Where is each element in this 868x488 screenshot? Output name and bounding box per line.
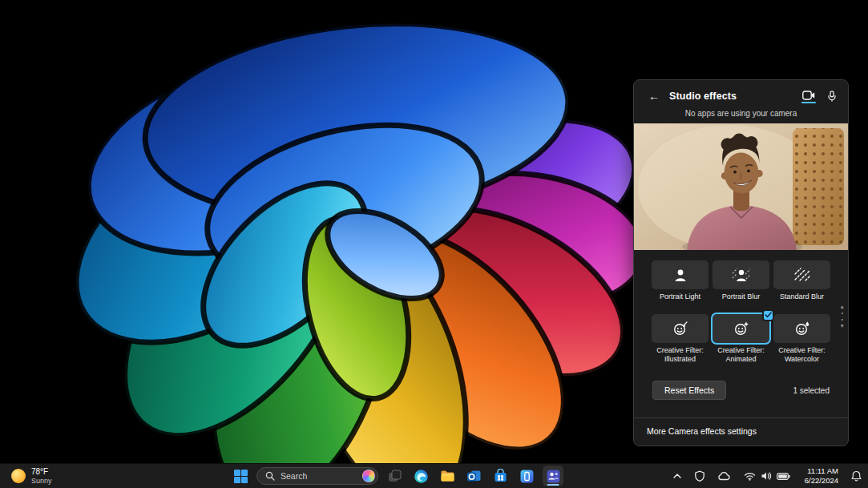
onedrive-tray-button[interactable] [715,469,733,484]
camera-icon [802,91,815,100]
camera-status-text: No apps are using your camera [634,109,848,120]
effect-tile-creative-filter-watercolor[interactable]: Creative Filter: Watercolor [773,314,830,364]
studio-effects-panel: ← Studio effects [633,79,849,446]
tray-date: 6/22/2024 [805,476,838,486]
security-shield-icon [694,470,705,482]
search-box[interactable]: Search [256,467,378,485]
standard-blur-icon [793,268,811,282]
tray-time: 11:11 AM [807,466,838,476]
scroll-up-icon: ▲ [840,304,845,309]
desktop: ← Studio effects [0,0,868,488]
portrait-blur-icon [732,268,751,282]
reset-effects-button[interactable]: Reset Effects [652,381,726,400]
panel-title: Studio effects [669,91,737,102]
weather-condition: Sunny [31,477,52,485]
start-button[interactable] [230,466,251,486]
phone-link-icon [519,469,535,484]
volume-icon [761,471,772,481]
system-tray: 11:11 AM 6/22/2024 [670,464,864,488]
security-tray-button[interactable] [692,467,708,485]
chevron-up-icon [672,473,682,479]
effects-scrollbar[interactable]: ▲ • • ▼ [840,304,845,329]
effect-label: Standard Blur [780,292,824,301]
battery-icon [777,473,790,480]
search-highlight-image [362,470,375,482]
taskbar-app-store[interactable] [490,466,511,486]
edge-icon [414,469,429,484]
creative-filter-animated-icon [733,321,749,337]
weather-widget[interactable]: 78°F Sunny [5,466,59,486]
clock[interactable]: 11:11 AM 6/22/2024 [801,466,842,487]
effects-grid: Portrait Light Portrait Blur [634,260,848,363]
hidden-icons-button[interactable] [670,470,684,482]
taskbar-app-edge[interactable] [410,466,431,486]
effect-tile-creative-filter-illustrated[interactable]: Creative Filter: Illustrated [652,314,709,364]
camera-preview [634,123,849,250]
file-explorer-icon [440,469,455,484]
effect-label: Creative Filter: Illustrated [652,346,709,364]
taskbar-app-phone-link[interactable] [516,466,537,486]
panel-footer: More Camera effects settings [634,417,848,446]
selected-check-badge [762,309,774,321]
taskbar-app-teams[interactable] [543,466,563,486]
store-icon [493,469,508,484]
creative-filter-watercolor-icon [794,321,810,337]
taskbar-app-file-explorer[interactable] [437,466,458,486]
sun-icon [11,469,26,483]
microphone-icon [827,91,837,102]
taskbar: 78°F Sunny Search [0,463,868,488]
microphone-tab[interactable] [827,89,837,102]
notifications-button[interactable] [849,467,864,485]
portrait-light-icon [672,268,689,282]
effect-tile-standard-blur[interactable]: Standard Blur [773,260,830,301]
network-volume-battery-button[interactable] [740,468,794,484]
windows-logo-icon [234,470,248,483]
taskbar-center: Search [230,464,563,488]
weather-temperature: 78°F [31,467,52,477]
panel-header: ← Studio effects [634,80,848,107]
effect-label: Creative Filter: Watercolor [773,346,830,364]
wooden-pegboard [793,128,844,245]
check-icon [765,312,772,318]
scroll-dot: • [842,311,843,316]
wifi-icon [744,472,756,481]
search-placeholder: Search [281,471,357,481]
camera-tab-active-indicator [801,102,816,104]
effect-tile-portrait-light[interactable]: Portrait Light [652,260,709,301]
effect-tile-creative-filter-animated[interactable]: Creative Filter: Animated [713,314,769,364]
task-view-button[interactable] [384,466,405,486]
more-camera-settings-link[interactable]: More Camera effects settings [647,426,835,436]
camera-tab[interactable] [801,89,816,104]
creative-filter-illustrated-icon [672,321,688,337]
scroll-down-icon: ▼ [840,324,845,329]
effects-actions-row: Reset Effects 1 selected [652,381,830,400]
back-button[interactable]: ← [644,89,664,103]
selected-count: 1 selected [793,386,830,395]
effect-label: Portrait Light [660,292,700,301]
teams-icon [546,469,561,484]
magnifier-icon [265,471,275,481]
taskbar-app-outlook[interactable] [463,466,484,486]
effect-tile-portrait-blur[interactable]: Portrait Blur [713,260,769,301]
bell-icon [851,470,862,482]
scroll-dot: • [842,317,843,322]
effect-label: Creative Filter: Animated [713,346,769,364]
camera-preview-image [634,123,849,250]
onedrive-cloud-icon [717,472,730,481]
effect-label: Portrait Blur [722,292,761,301]
outlook-icon [466,469,482,484]
task-view-icon [387,469,402,483]
